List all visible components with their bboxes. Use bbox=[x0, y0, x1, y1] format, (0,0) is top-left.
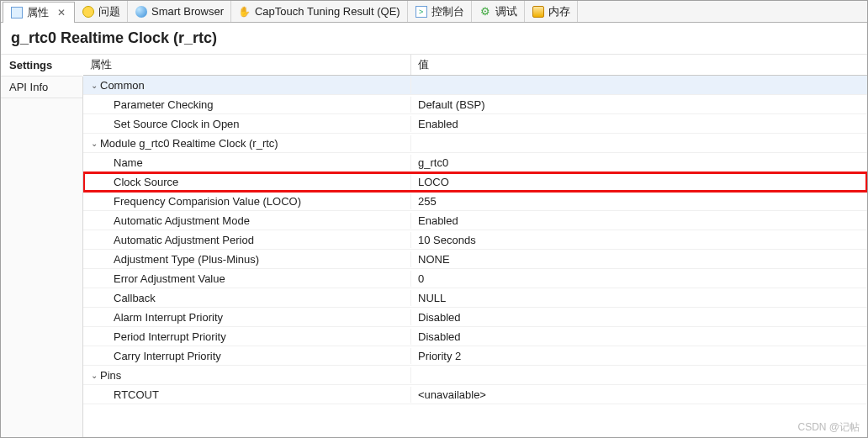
tab-properties[interactable]: 属性 ✕ bbox=[3, 2, 75, 23]
prop-row[interactable]: Automatic Adjustment Period 10 Seconds bbox=[83, 230, 867, 250]
prop-row[interactable]: Alarm Interrupt Priority Disabled bbox=[83, 308, 867, 327]
prop-name: Period Interrupt Priority bbox=[114, 329, 226, 345]
prop-value[interactable]: Priority 2 bbox=[411, 348, 867, 364]
prop-value[interactable]: 10 Seconds bbox=[411, 232, 867, 248]
prop-row-clock-source[interactable]: Clock Source LOCO bbox=[83, 172, 867, 192]
tab-bar: 属性 ✕ 问题 Smart Browser ✋ CapTouch Tuning … bbox=[1, 1, 867, 23]
properties-icon bbox=[10, 6, 24, 19]
prop-value[interactable]: Default (BSP) bbox=[411, 97, 867, 113]
prop-name: Alarm Interrupt Priority bbox=[114, 309, 223, 325]
tab-label: 控制台 bbox=[431, 4, 464, 19]
chevron-down-icon[interactable]: ⌄ bbox=[88, 81, 100, 90]
tab-captouch[interactable]: ✋ CapTouch Tuning Result (QE) bbox=[231, 1, 408, 22]
tab-label: 内存 bbox=[548, 4, 570, 19]
group-common[interactable]: ⌄ Common bbox=[83, 76, 867, 95]
prop-row[interactable]: RTCOUT <unavailable> bbox=[83, 385, 867, 404]
prop-name: Adjustment Type (Plus-Minus) bbox=[114, 251, 259, 267]
col-header-property[interactable]: 属性 bbox=[83, 55, 411, 75]
prop-row[interactable]: Period Interrupt Priority Disabled bbox=[83, 327, 867, 346]
tab-label: 调试 bbox=[495, 4, 517, 19]
memory-icon bbox=[532, 5, 545, 18]
warning-icon bbox=[82, 5, 95, 18]
property-panel: 属性 值 ⌄ Common Parameter Checking Default… bbox=[83, 55, 867, 437]
prop-name: Callback bbox=[114, 290, 156, 306]
console-icon: > bbox=[415, 5, 428, 18]
prop-value[interactable]: g_rtc0 bbox=[411, 155, 867, 171]
tab-problems[interactable]: 问题 bbox=[75, 1, 128, 22]
prop-value[interactable]: LOCO bbox=[411, 174, 867, 190]
prop-name: RTCOUT bbox=[114, 387, 159, 403]
group-label: Module g_rtc0 Realtime Clock (r_rtc) bbox=[100, 135, 278, 151]
prop-row[interactable]: Adjustment Type (Plus-Minus) NONE bbox=[83, 250, 867, 269]
prop-name: Error Adjustment Value bbox=[114, 271, 225, 287]
page-title: g_rtc0 Realtime Clock (r_rtc) bbox=[1, 23, 867, 55]
prop-value[interactable]: NONE bbox=[411, 251, 867, 267]
prop-name: Automatic Adjustment Period bbox=[114, 232, 254, 248]
group-pins[interactable]: ⌄ Pins bbox=[83, 366, 867, 385]
prop-row[interactable]: Callback NULL bbox=[83, 288, 867, 308]
left-nav: Settings API Info bbox=[1, 55, 83, 437]
tab-smart-browser[interactable]: Smart Browser bbox=[128, 1, 231, 22]
property-header: 属性 值 bbox=[83, 55, 867, 76]
prop-value[interactable]: Enabled bbox=[411, 116, 867, 132]
hand-icon: ✋ bbox=[238, 5, 251, 18]
prop-name: Automatic Adjustment Mode bbox=[114, 213, 250, 229]
prop-value[interactable]: 255 bbox=[411, 193, 867, 209]
tab-label: Smart Browser bbox=[151, 5, 224, 18]
prop-row[interactable]: Parameter Checking Default (BSP) bbox=[83, 95, 867, 114]
prop-name: Clock Source bbox=[114, 174, 178, 190]
group-module[interactable]: ⌄ Module g_rtc0 Realtime Clock (r_rtc) bbox=[83, 134, 867, 153]
prop-row[interactable]: Set Source Clock in Open Enabled bbox=[83, 114, 867, 134]
tab-label: 问题 bbox=[98, 4, 120, 19]
prop-value[interactable]: <unavailable> bbox=[411, 387, 867, 403]
prop-value[interactable]: Enabled bbox=[411, 213, 867, 229]
group-label: Common bbox=[100, 77, 145, 93]
property-tree: ⌄ Common Parameter Checking Default (BSP… bbox=[83, 76, 867, 437]
chevron-down-icon[interactable]: ⌄ bbox=[88, 139, 100, 148]
prop-value[interactable]: NULL bbox=[411, 290, 867, 306]
prop-name: Carry Interrupt Priority bbox=[114, 348, 221, 364]
globe-icon bbox=[135, 5, 148, 18]
prop-name: Frequency Comparision Value (LOCO) bbox=[114, 193, 301, 209]
prop-row[interactable]: Frequency Comparision Value (LOCO) 255 bbox=[83, 192, 867, 211]
chevron-down-icon[interactable]: ⌄ bbox=[88, 371, 100, 380]
group-label: Pins bbox=[100, 367, 121, 383]
prop-value[interactable]: Disabled bbox=[411, 309, 867, 325]
tab-label: 属性 bbox=[27, 5, 49, 20]
nav-settings[interactable]: Settings bbox=[1, 55, 83, 77]
prop-name: Name bbox=[114, 155, 143, 171]
prop-row[interactable]: Error Adjustment Value 0 bbox=[83, 269, 867, 288]
nav-api-info[interactable]: API Info bbox=[1, 77, 82, 98]
prop-value[interactable]: Disabled bbox=[411, 329, 867, 345]
prop-name: Parameter Checking bbox=[114, 97, 214, 113]
tab-console[interactable]: > 控制台 bbox=[408, 1, 472, 22]
prop-row[interactable]: Name g_rtc0 bbox=[83, 153, 867, 172]
tab-memory[interactable]: 内存 bbox=[525, 1, 578, 22]
close-icon[interactable]: ✕ bbox=[56, 7, 67, 18]
col-header-value[interactable]: 值 bbox=[411, 55, 867, 75]
prop-name: Set Source Clock in Open bbox=[114, 116, 240, 132]
gear-icon: ⚙ bbox=[479, 5, 492, 18]
tab-label: CapTouch Tuning Result (QE) bbox=[255, 5, 400, 18]
prop-value[interactable]: 0 bbox=[411, 271, 867, 287]
tab-debug[interactable]: ⚙ 调试 bbox=[472, 1, 525, 22]
prop-row[interactable]: Carry Interrupt Priority Priority 2 bbox=[83, 346, 867, 366]
prop-row[interactable]: Automatic Adjustment Mode Enabled bbox=[83, 211, 867, 230]
